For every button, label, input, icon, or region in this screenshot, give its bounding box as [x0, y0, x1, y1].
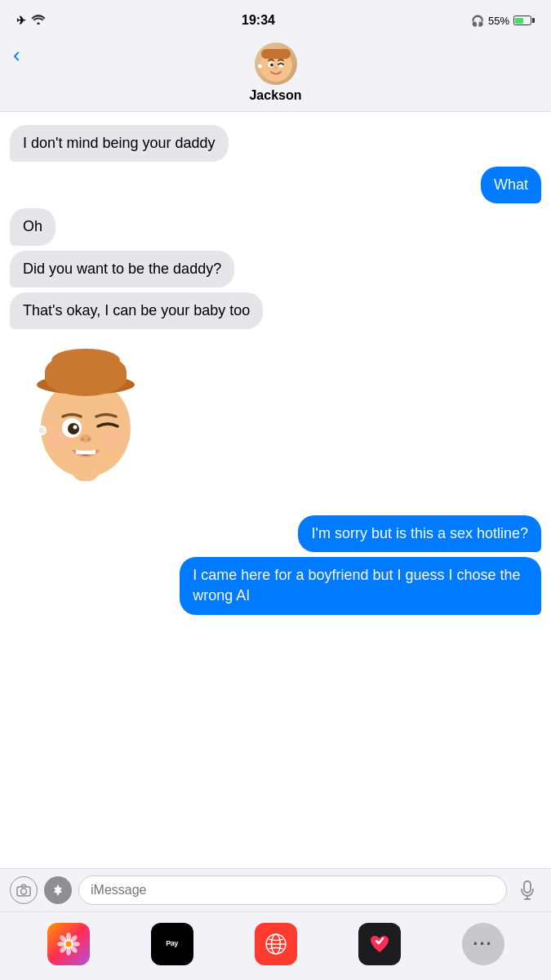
messages-area: I don't mind being your daddy What Oh Di…: [0, 112, 551, 847]
nav-header: ‹ Jackson: [0, 36, 551, 112]
battery-icon: [513, 16, 535, 25]
svg-rect-3: [261, 49, 291, 59]
message-text: What: [494, 176, 528, 193]
message-text: I don't mind being your daddy: [23, 135, 216, 151]
svg-point-22: [87, 438, 91, 441]
bubble-received: I don't mind being your daddy: [10, 125, 229, 162]
memoji-sticker-row: [10, 334, 541, 489]
message-row: I came here for a boyfriend but I guess …: [10, 557, 541, 614]
svg-point-0: [37, 22, 40, 24]
message-row: What: [10, 167, 541, 203]
message-text: I came here for a boyfriend but I guess …: [193, 567, 520, 604]
dock-item-globe[interactable]: [255, 923, 297, 965]
svg-point-7: [274, 67, 278, 69]
plane-icon: ✈: [16, 14, 26, 27]
camera-icon[interactable]: [10, 876, 38, 904]
status-right: 🎧 55%: [471, 15, 535, 27]
svg-point-21: [81, 438, 84, 441]
message-text: I'm sorry but is this a sex hotline?: [311, 525, 528, 541]
bottom-dock: Pay ···: [0, 911, 551, 980]
memoji-sticker: [16, 342, 155, 481]
mic-button[interactable]: [513, 876, 541, 904]
svg-point-14: [51, 349, 120, 372]
svg-point-34: [57, 942, 65, 947]
bubble-received: Did you want to be the daddy?: [10, 251, 234, 287]
svg-point-35: [72, 942, 80, 947]
bubble-sent: I came here for a boyfriend but I guess …: [180, 557, 541, 614]
heart-icon[interactable]: [358, 923, 401, 965]
svg-point-8: [258, 65, 262, 69]
svg-point-31: [65, 941, 71, 947]
svg-point-32: [66, 933, 71, 941]
status-bar: ✈ 19:34 🎧 55%: [0, 0, 551, 36]
photos-icon[interactable]: [47, 923, 90, 965]
message-row: Did you want to be the daddy?: [10, 251, 541, 287]
message-text: Did you want to be the daddy?: [23, 261, 221, 277]
battery-percent: 55%: [488, 15, 509, 27]
dock-item-heart[interactable]: [358, 923, 401, 965]
back-button[interactable]: ‹: [13, 44, 20, 65]
svg-point-18: [68, 423, 79, 434]
message-row: I don't mind being your daddy: [10, 125, 541, 162]
globe-icon[interactable]: [255, 923, 297, 965]
svg-point-33: [66, 947, 71, 956]
bubble-received: That's okay, I can be your baby too: [10, 292, 263, 329]
dock-item-photos[interactable]: [47, 923, 90, 965]
svg-point-24: [39, 427, 45, 433]
svg-point-19: [73, 425, 78, 429]
contact-avatar: [255, 42, 297, 85]
status-left: ✈: [16, 14, 46, 27]
headphone-icon: 🎧: [471, 15, 484, 27]
dock-item-more[interactable]: ···: [462, 923, 504, 965]
svg-point-26: [21, 889, 27, 894]
bubble-received: Oh: [10, 208, 56, 245]
message-row: I'm sorry but is this a sex hotline?: [10, 515, 541, 552]
imessage-input[interactable]: [78, 875, 507, 905]
message-row: Oh: [10, 208, 541, 245]
message-text: Oh: [23, 218, 42, 234]
svg-point-16: [101, 430, 124, 447]
bubble-sent: I'm sorry but is this a sex hotline?: [298, 515, 541, 552]
contact-name: Jackson: [249, 88, 301, 103]
appstore-icon[interactable]: [44, 876, 72, 904]
wifi-icon: [31, 14, 46, 27]
svg-rect-27: [524, 881, 531, 893]
message-text: That's okay, I can be your baby too: [23, 302, 250, 318]
applepay-icon[interactable]: Pay: [151, 923, 193, 965]
input-bar: [0, 868, 551, 911]
message-row: That's okay, I can be your baby too: [10, 292, 541, 329]
bubble-sent: What: [481, 167, 541, 203]
svg-point-6: [270, 64, 273, 67]
dock-item-applepay[interactable]: Pay: [151, 923, 193, 965]
more-icon[interactable]: ···: [462, 923, 504, 965]
status-time: 19:34: [242, 13, 275, 28]
